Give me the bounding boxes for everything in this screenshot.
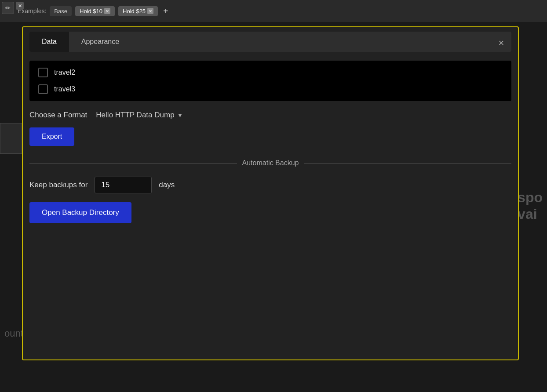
divider-line-left xyxy=(29,163,237,163)
tab-data[interactable]: Data xyxy=(29,32,69,52)
hold10-close-icon[interactable]: ✕ xyxy=(104,8,110,14)
hold25-tag[interactable]: Hold $25 ✕ xyxy=(118,6,158,16)
keep-backups-label: Keep backups for xyxy=(29,181,88,189)
format-dropdown[interactable]: Hello HTTP Data Dump ▼ xyxy=(96,111,183,120)
base-tag[interactable]: Base xyxy=(50,6,72,16)
add-tag-button[interactable]: + xyxy=(163,6,168,16)
hold25-close-icon[interactable]: ✕ xyxy=(147,8,153,14)
divider-line-right xyxy=(304,163,511,163)
days-unit-label: days xyxy=(159,181,175,189)
checkbox-travel3[interactable] xyxy=(38,84,48,94)
hold10-tag[interactable]: Hold $10 ✕ xyxy=(75,6,115,16)
checkbox-item-travel3[interactable]: travel3 xyxy=(29,81,511,98)
format-label: Choose a Format xyxy=(29,111,87,120)
checkbox-list: travel2 travel3 xyxy=(29,61,511,101)
modal-dialog: × Data Appearance travel2 travel3 Choose… xyxy=(22,26,519,360)
checkbox-travel2[interactable] xyxy=(38,68,48,77)
close-tl-icon[interactable]: ✕ xyxy=(16,2,24,10)
background-count-text: ount xyxy=(4,328,23,339)
automatic-backup-label: Automatic Backup xyxy=(242,159,299,167)
checkbox-item-travel2[interactable]: travel2 xyxy=(29,64,511,81)
modal-close-button[interactable]: × xyxy=(493,35,509,51)
keep-backups-row: Keep backups for days xyxy=(29,177,511,193)
format-row: Choose a Format Hello HTTP Data Dump ▼ xyxy=(29,111,511,120)
format-selected-value: Hello HTTP Data Dump xyxy=(96,111,174,120)
sidebar-item xyxy=(0,123,22,154)
automatic-backup-divider: Automatic Backup xyxy=(29,159,511,167)
dropdown-chevron-icon: ▼ xyxy=(177,112,183,119)
backup-days-input[interactable] xyxy=(95,177,152,193)
background-text-right: spo vai xyxy=(518,189,543,223)
checkbox-travel3-label: travel3 xyxy=(54,85,75,93)
tabs-bar: Data Appearance xyxy=(29,32,511,52)
tab-appearance[interactable]: Appearance xyxy=(69,32,131,52)
edit-icon[interactable]: ✏ xyxy=(2,2,14,14)
checkbox-travel2-label: travel2 xyxy=(54,69,75,76)
export-button[interactable]: Export xyxy=(29,127,74,146)
open-backup-directory-button[interactable]: Open Backup Directory xyxy=(29,202,131,223)
background-toolbar: ✏ ✕ Examples: Base Hold $10 ✕ Hold $25 ✕… xyxy=(0,0,547,22)
